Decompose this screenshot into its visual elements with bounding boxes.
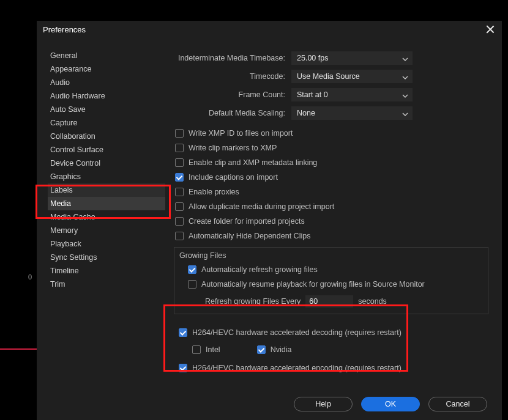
sidebar-item-graphics[interactable]: Graphics	[48, 170, 165, 183]
close-icon[interactable]	[485, 24, 496, 35]
sidebar-item-playback[interactable]: Playback	[48, 237, 165, 251]
timeline-tick-label: 0	[28, 273, 32, 281]
sidebar: GeneralAppearanceAudioAudio HardwareAuto…	[48, 48, 165, 375]
cancel-button[interactable]: Cancel	[428, 397, 487, 411]
proxies-checkbox[interactable]	[175, 188, 184, 196]
hw-encode-label: H264/HEVC hardware accelerated encoding …	[192, 364, 402, 372]
dialog-buttons: Help OK Cancel	[294, 397, 487, 411]
dup-media-label: Allow duplicate media during project imp…	[189, 202, 334, 211]
sidebar-item-timeline[interactable]: Timeline	[48, 264, 165, 278]
captions-label: Include captions on import	[189, 173, 278, 182]
timebase-label: Indeterminate Media Timebase:	[171, 54, 291, 62]
auto-resume-checkbox[interactable]	[188, 280, 196, 289]
hide-deps-checkbox[interactable]	[175, 232, 184, 240]
scaling-label: Default Media Scaling:	[171, 109, 291, 117]
framecount-select[interactable]: Start at 0	[291, 88, 413, 101]
content-panel: Indeterminate Media Timebase: 25.00 fps …	[171, 48, 491, 375]
sidebar-item-memory[interactable]: Memory	[48, 224, 165, 237]
chevron-down-icon	[402, 56, 408, 64]
hw-intel-label: Intel	[206, 345, 220, 354]
chevron-down-icon	[402, 92, 408, 101]
xmp-linking-checkbox[interactable]	[175, 158, 184, 167]
check-row-hide-deps: Automatically Hide Dependent Clips	[171, 229, 491, 243]
growing-files-title: Growing Files	[179, 251, 483, 260]
timeline-fragment: 0	[0, 269, 37, 287]
check-row-create-folder: Create folder for imported projects	[171, 214, 491, 229]
sidebar-item-control-surface[interactable]: Control Surface	[48, 143, 165, 157]
chevron-down-icon	[402, 74, 408, 83]
framecount-label: Frame Count:	[171, 90, 291, 99]
scaling-value: None	[297, 109, 315, 117]
timebase-value: 25.00 fps	[297, 54, 328, 62]
sidebar-item-media[interactable]: Media	[48, 197, 165, 210]
ok-button[interactable]: OK	[361, 397, 420, 411]
timecode-value: Use Media Source	[297, 72, 360, 81]
proxies-label: Enable proxies	[189, 188, 239, 196]
refresh-label-post: seconds	[358, 297, 387, 306]
hide-deps-label: Automatically Hide Dependent Clips	[189, 232, 310, 240]
scaling-select[interactable]: None	[291, 106, 413, 120]
titlebar: Preferences	[37, 21, 502, 38]
hw-nvidia-checkbox[interactable]	[257, 345, 266, 354]
hw-decode-checkbox[interactable]	[179, 328, 187, 337]
create-folder-label: Create folder for imported projects	[189, 217, 305, 226]
preferences-dialog: Preferences GeneralAppearanceAudioAudio …	[37, 21, 502, 420]
check-row-proxies: Enable proxies	[171, 185, 491, 199]
auto-resume-label: Automatically resume playback for growin…	[201, 280, 425, 289]
create-folder-checkbox[interactable]	[175, 217, 184, 226]
growing-files-group: Growing Files Automatically refresh grow…	[174, 247, 488, 314]
xmp-id-checkbox[interactable]	[175, 129, 184, 138]
auto-refresh-checkbox[interactable]	[188, 265, 196, 274]
check-row-dup-media: Allow duplicate media during project imp…	[171, 199, 491, 214]
dialog-title: Preferences	[43, 25, 86, 34]
check-row-captions: Include captions on import	[171, 170, 491, 185]
timecode-label: Timecode:	[171, 72, 291, 81]
framecount-value: Start at 0	[297, 90, 328, 99]
timebase-select[interactable]: 25.00 fps	[291, 51, 413, 65]
timecode-select[interactable]: Use Media Source	[291, 70, 413, 83]
auto-refresh-label: Automatically refresh growing files	[201, 265, 318, 274]
timeline-redline	[0, 348, 37, 350]
sidebar-item-device-control[interactable]: Device Control	[48, 157, 165, 170]
captions-checkbox[interactable]	[175, 173, 184, 182]
xmp-linking-label: Enable clip and XMP metadata linking	[189, 158, 317, 167]
help-button[interactable]: Help	[294, 397, 353, 411]
sidebar-item-audio[interactable]: Audio	[48, 76, 165, 89]
chevron-down-icon	[402, 111, 408, 119]
xmp-id-label: Write XMP ID to files on import	[189, 129, 293, 138]
sidebar-item-general[interactable]: General	[48, 49, 165, 62]
sidebar-item-media-cache[interactable]: Media Cache	[48, 210, 165, 224]
sidebar-item-sync-settings[interactable]: Sync Settings	[48, 251, 165, 264]
clip-markers-checkbox[interactable]	[175, 144, 184, 152]
clip-markers-label: Write clip markers to XMP	[189, 144, 277, 152]
check-row-xmp-linking: Enable clip and XMP metadata linking	[171, 155, 491, 170]
sidebar-item-capture[interactable]: Capture	[48, 116, 165, 130]
sidebar-item-collaboration[interactable]: Collaboration	[48, 130, 165, 143]
check-row-xmp-id: Write XMP ID to files on import	[171, 126, 491, 141]
sidebar-item-appearance[interactable]: Appearance	[48, 62, 165, 76]
sidebar-item-auto-save[interactable]: Auto Save	[48, 103, 165, 116]
hw-decode-label: H264/HEVC hardware accelerated decoding …	[192, 328, 402, 337]
dup-media-checkbox[interactable]	[175, 202, 184, 211]
hw-intel-checkbox[interactable]	[192, 345, 201, 354]
refresh-label-pre: Refresh growing Files Every	[205, 297, 301, 306]
refresh-interval-input[interactable]	[305, 295, 353, 308]
hw-nvidia-label: Nvidia	[271, 345, 292, 354]
sidebar-item-labels[interactable]: Labels	[48, 183, 165, 197]
hw-encode-checkbox[interactable]	[179, 364, 187, 372]
sidebar-item-audio-hardware[interactable]: Audio Hardware	[48, 89, 165, 103]
hardware-accel-block: H264/HEVC hardware accelerated decoding …	[171, 325, 491, 375]
sidebar-item-trim[interactable]: Trim	[48, 278, 165, 291]
check-row-clip-markers: Write clip markers to XMP	[171, 141, 491, 155]
